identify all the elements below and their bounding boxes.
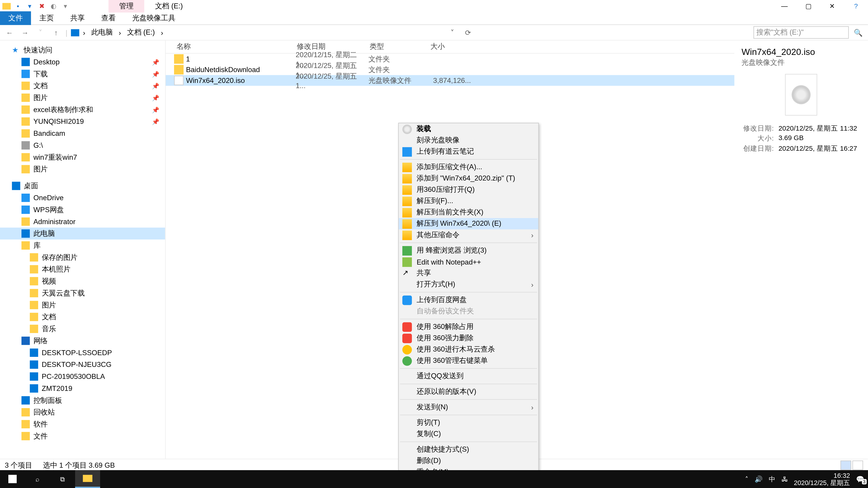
- tray-volume-icon[interactable]: 🔊: [754, 475, 763, 483]
- sidebar-quick-access[interactable]: ★ 快速访问: [0, 44, 165, 56]
- sidebar-item[interactable]: 此电脑: [0, 228, 165, 239]
- start-button[interactable]: [0, 470, 25, 488]
- ribbon-tab-view[interactable]: 查看: [93, 11, 124, 25]
- sidebar-item[interactable]: 文件: [0, 430, 165, 442]
- sidebar-item[interactable]: DESKTOP-NJEU3CG: [0, 359, 165, 370]
- context-menu-item[interactable]: 解压到当前文件夹(X): [399, 207, 538, 218]
- sidebar-item[interactable]: win7重装win7: [0, 151, 165, 163]
- context-menu-item[interactable]: 用 蜂蜜浏览器 浏览(3): [399, 245, 538, 256]
- qat-delete-icon[interactable]: ✖: [37, 1, 46, 11]
- column-type[interactable]: 类型: [370, 42, 430, 52]
- refresh-button[interactable]: ⟳: [462, 28, 474, 37]
- view-details-button[interactable]: [840, 460, 851, 470]
- sidebar-item[interactable]: 图片📌: [0, 92, 165, 104]
- sidebar-item[interactable]: 文档📌: [0, 80, 165, 92]
- sidebar-item[interactable]: 本机照片: [0, 263, 165, 275]
- nav-back-button[interactable]: ←: [4, 28, 16, 37]
- sidebar-item[interactable]: 保存的图片: [0, 252, 165, 263]
- sidebar-item[interactable]: G:\: [0, 139, 165, 151]
- context-menu-item[interactable]: 其他压缩命令›: [399, 229, 538, 240]
- search-icon[interactable]: 🔍: [852, 28, 864, 37]
- context-menu-item[interactable]: 打开方式(H)›: [399, 279, 538, 290]
- tray-clock[interactable]: 16:32 2020/12/25, 星期五: [794, 472, 850, 486]
- context-menu-item[interactable]: 使用 360进行木马云查杀: [399, 344, 538, 355]
- sidebar-item[interactable]: Desktop📌: [0, 56, 165, 68]
- context-menu-item[interactable]: 使用 360解除占用: [399, 321, 538, 332]
- tray-overflow-icon[interactable]: ˄: [745, 475, 749, 483]
- qat-dropdown-icon[interactable]: ▾: [61, 1, 70, 11]
- sidebar-item[interactable]: DESKTOP-LSSOEDP: [0, 347, 165, 359]
- column-size[interactable]: 大小: [430, 42, 472, 52]
- search-button[interactable]: ⌕: [25, 470, 50, 488]
- sidebar-item[interactable]: 音乐: [0, 323, 165, 335]
- sidebar-item[interactable]: 图片: [0, 299, 165, 311]
- context-tab-manage[interactable]: 管理: [108, 0, 144, 12]
- qat-properties-icon[interactable]: ◐: [49, 1, 58, 11]
- context-menu-item[interactable]: 通过QQ发送到: [399, 370, 538, 382]
- help-button[interactable]: ?: [844, 0, 868, 12]
- sidebar-item[interactable]: 下载📌: [0, 68, 165, 80]
- context-menu-item[interactable]: 刻录光盘映像: [399, 135, 538, 146]
- sidebar-item[interactable]: 视频: [0, 275, 165, 287]
- nav-recent-dropdown[interactable]: ˅: [35, 28, 46, 37]
- view-icons-button[interactable]: [852, 460, 863, 470]
- context-menu-item[interactable]: 还原以前的版本(V): [399, 386, 538, 397]
- qat-save-icon[interactable]: ▪: [13, 1, 23, 11]
- task-view-button[interactable]: ⧉: [50, 470, 75, 488]
- ribbon-tab-disc-tools[interactable]: 光盘映像工具: [124, 11, 184, 25]
- context-menu-item[interactable]: 发送到(N)›: [399, 401, 538, 413]
- sidebar-item[interactable]: Bandicam: [0, 127, 165, 139]
- context-menu-item[interactable]: 删除(D): [399, 455, 538, 466]
- sidebar-item[interactable]: 回收站: [0, 406, 165, 418]
- context-menu-item[interactable]: 使用 360管理右键菜单: [399, 355, 538, 366]
- context-menu-item[interactable]: 复制(C): [399, 428, 538, 440]
- qat-undo-icon[interactable]: ▾: [25, 1, 35, 11]
- sidebar-item[interactable]: 图片: [0, 163, 165, 175]
- maximize-button[interactable]: ▢: [796, 0, 820, 12]
- context-menu-item[interactable]: 装载: [399, 123, 538, 135]
- sidebar-item[interactable]: WPS网盘: [0, 204, 165, 216]
- nav-forward-button[interactable]: →: [19, 28, 31, 37]
- minimize-button[interactable]: —: [773, 0, 796, 12]
- sidebar-network[interactable]: 网络: [0, 335, 165, 347]
- context-menu-item[interactable]: 上传到百度网盘: [399, 294, 538, 306]
- context-menu-item[interactable]: 上传到有道云笔记: [399, 146, 538, 157]
- column-name[interactable]: 名称: [166, 42, 297, 52]
- context-menu-item[interactable]: 用360压缩打开(Q): [399, 184, 538, 195]
- context-menu-item[interactable]: 解压到 Win7x64_2020\ (E): [399, 218, 538, 229]
- sidebar-item[interactable]: excel表格制作求和📌: [0, 104, 165, 116]
- close-button[interactable]: ✕: [820, 0, 844, 12]
- context-menu-item[interactable]: 剪切(T): [399, 417, 538, 428]
- ribbon-tab-share[interactable]: 共享: [62, 11, 93, 25]
- sidebar-item[interactable]: YUNQISHI2019📌: [0, 116, 165, 128]
- sidebar-item[interactable]: Administrator: [0, 216, 165, 228]
- context-menu-item[interactable]: 创建快捷方式(S): [399, 444, 538, 455]
- tray-ime[interactable]: 中: [769, 475, 775, 484]
- ribbon-tab-file[interactable]: 文件: [0, 11, 31, 25]
- sidebar-item[interactable]: OneDrive: [0, 192, 165, 204]
- tray-network-icon[interactable]: 🖧: [781, 475, 788, 483]
- taskbar-explorer[interactable]: [75, 470, 100, 488]
- sidebar-desktop[interactable]: 桌面: [0, 180, 165, 192]
- sidebar-item[interactable]: PC-20190530OBLA: [0, 370, 165, 383]
- context-menu-item[interactable]: ↗共享: [399, 267, 538, 279]
- tray-notifications[interactable]: 💬3: [856, 475, 864, 483]
- sidebar-item[interactable]: 软件: [0, 418, 165, 430]
- context-menu-item[interactable]: 解压到(F)...: [399, 195, 538, 207]
- nav-up-button[interactable]: ↑: [50, 28, 62, 37]
- context-menu-item[interactable]: 添加到压缩文件(A)...: [399, 162, 538, 173]
- sidebar-item[interactable]: 天翼云盘下载: [0, 287, 165, 299]
- file-row[interactable]: BaiduNetdiskDownload2020/12/25, 星期五 1...…: [166, 64, 735, 75]
- sidebar-item[interactable]: ZMT2019: [0, 383, 165, 394]
- sidebar-item[interactable]: 控制面板: [0, 394, 165, 406]
- breadcrumb-root[interactable]: 此电脑: [89, 27, 115, 37]
- file-row[interactable]: 12020/12/15, 星期二 1...文件夹: [166, 54, 735, 64]
- context-menu-item[interactable]: 使用 360强力删除: [399, 332, 538, 344]
- context-menu-item[interactable]: Edit with Notepad++: [399, 256, 538, 267]
- ribbon-tab-home[interactable]: 主页: [31, 11, 62, 25]
- address-dropdown[interactable]: ˅: [446, 28, 458, 37]
- breadcrumb-folder[interactable]: 文档 (E:): [125, 27, 157, 37]
- sidebar-item[interactable]: 库: [0, 239, 165, 252]
- sidebar-item[interactable]: 文档: [0, 311, 165, 323]
- search-input[interactable]: 搜索"文档 (E:)": [753, 26, 849, 39]
